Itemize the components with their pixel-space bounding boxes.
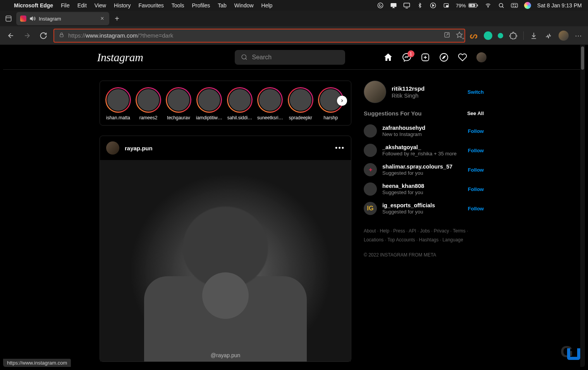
footer-link[interactable]: Press bbox=[393, 228, 409, 234]
grammarly-menubar-icon[interactable] bbox=[377, 2, 384, 9]
suggestion-username[interactable]: heena_khan808 bbox=[382, 183, 468, 189]
menu-profiles[interactable]: Profiles bbox=[192, 2, 210, 9]
browser-tab[interactable]: Instagram × bbox=[16, 12, 109, 25]
activity-heart-icon[interactable] bbox=[458, 53, 467, 62]
footer-link[interactable]: Locations bbox=[364, 237, 387, 243]
extension-1-icon[interactable]: ᔕ bbox=[469, 31, 478, 40]
pip-icon[interactable] bbox=[443, 2, 450, 9]
footer-link[interactable]: Terms bbox=[453, 228, 468, 234]
story-item[interactable]: techgaurav bbox=[166, 87, 191, 120]
new-post-icon[interactable] bbox=[421, 53, 430, 62]
post-media[interactable]: @rayap.pun bbox=[100, 160, 351, 361]
suggestions-title: Suggestions For You bbox=[364, 110, 467, 117]
battery-status[interactable]: 79% bbox=[456, 3, 478, 9]
current-user-avatar[interactable] bbox=[364, 81, 386, 103]
url-text: https://www.instagram.com/?theme=dark bbox=[68, 32, 173, 39]
stories-next-button[interactable] bbox=[337, 96, 347, 106]
story-item[interactable]: spradeepkr bbox=[288, 87, 313, 120]
switch-account-button[interactable]: Switch bbox=[468, 89, 484, 95]
see-all-button[interactable]: See All bbox=[467, 110, 484, 116]
story-item[interactable]: ishan.matta bbox=[105, 87, 131, 120]
footer-link[interactable]: Hashtags bbox=[419, 237, 443, 243]
story-item[interactable]: suneetksri… bbox=[257, 87, 283, 120]
follow-button[interactable]: Follow bbox=[468, 186, 484, 192]
tab-audio-icon[interactable] bbox=[29, 15, 36, 22]
post-author-username[interactable]: rayap.pun bbox=[125, 145, 153, 151]
control-center-icon[interactable] bbox=[511, 2, 518, 9]
scrollbar-thumb[interactable] bbox=[581, 46, 584, 70]
footer-link[interactable]: Privacy bbox=[434, 228, 453, 234]
follow-button[interactable]: Follow bbox=[468, 148, 484, 153]
svg-rect-1 bbox=[390, 3, 396, 7]
explore-icon[interactable] bbox=[439, 53, 449, 62]
playback-icon[interactable] bbox=[430, 2, 437, 9]
siri-icon[interactable] bbox=[524, 2, 531, 9]
display-icon[interactable] bbox=[403, 2, 410, 9]
search-input[interactable]: Search bbox=[235, 50, 345, 65]
extension-3-icon[interactable] bbox=[498, 33, 503, 38]
menubar-app-name[interactable]: Microsoft Edge bbox=[14, 2, 53, 9]
menu-view[interactable]: View bbox=[95, 2, 106, 9]
address-bar[interactable]: https://www.instagram.com/?theme=dark bbox=[53, 29, 465, 43]
profile-avatar[interactable] bbox=[559, 31, 569, 41]
follow-button[interactable]: Follow bbox=[468, 128, 484, 134]
menu-window[interactable]: Window bbox=[234, 2, 254, 9]
footer-link[interactable]: Top Accounts bbox=[387, 237, 419, 243]
grammarly-extension-icon[interactable] bbox=[484, 31, 492, 40]
tab-actions-button[interactable] bbox=[3, 13, 14, 24]
menu-help[interactable]: Help bbox=[261, 2, 273, 9]
favourite-star-icon[interactable]: + bbox=[456, 31, 463, 40]
suggestion-username[interactable]: zafranhousehyd bbox=[382, 125, 468, 131]
suggestion-avatar[interactable] bbox=[364, 124, 377, 138]
suggestion-username[interactable]: shalimar.spray.colours_57 bbox=[382, 163, 468, 170]
open-external-icon[interactable] bbox=[444, 31, 450, 40]
follow-button[interactable]: Follow bbox=[468, 167, 484, 173]
spotlight-icon[interactable] bbox=[498, 2, 505, 9]
footer-link[interactable]: About bbox=[364, 228, 380, 234]
menu-edit[interactable]: Edit bbox=[77, 2, 87, 9]
story-item[interactable]: iamdiptitiw… bbox=[196, 87, 222, 120]
nav-profile-avatar[interactable] bbox=[476, 52, 487, 62]
vertical-scrollbar[interactable] bbox=[580, 45, 585, 367]
suggestion-avatar[interactable] bbox=[364, 144, 377, 157]
extensions-menu-icon[interactable] bbox=[509, 31, 518, 40]
footer-link[interactable]: Jobs bbox=[420, 228, 433, 234]
suggestion-avatar[interactable] bbox=[364, 182, 377, 196]
suggestion-username[interactable]: _akshatgoyal_ bbox=[382, 144, 468, 150]
current-user-username[interactable]: ritik112rspd bbox=[392, 85, 468, 92]
follow-button[interactable]: Follow bbox=[468, 206, 484, 212]
menu-history[interactable]: History bbox=[114, 2, 131, 9]
back-button[interactable] bbox=[5, 29, 17, 42]
tab-close-button[interactable]: × bbox=[99, 15, 105, 22]
suggestion-username[interactable]: ig_esports_officials bbox=[382, 202, 468, 208]
instagram-logo[interactable]: Instagram bbox=[97, 51, 175, 64]
downloads-icon[interactable] bbox=[529, 31, 538, 40]
bluetooth-icon[interactable] bbox=[416, 2, 423, 9]
footer-link[interactable]: Language bbox=[442, 237, 463, 243]
story-item[interactable]: sahil.siddi… bbox=[227, 87, 253, 120]
airplay-icon[interactable] bbox=[390, 2, 397, 9]
messenger-icon[interactable]: 1 bbox=[402, 53, 411, 62]
footer-link[interactable]: API bbox=[409, 228, 420, 234]
forward-button[interactable] bbox=[21, 29, 33, 42]
menu-favourites[interactable]: Favourites bbox=[138, 2, 163, 9]
current-user-name: Ritik Singh bbox=[392, 93, 468, 99]
browser-menu-icon[interactable]: ⋯ bbox=[574, 31, 583, 40]
new-tab-button[interactable]: + bbox=[112, 13, 122, 24]
suggestion-avatar[interactable]: IG bbox=[364, 202, 377, 215]
performance-icon[interactable] bbox=[544, 31, 553, 40]
menu-tools[interactable]: Tools bbox=[172, 2, 184, 9]
reload-button[interactable] bbox=[37, 29, 50, 42]
story-item[interactable]: ramees2 bbox=[136, 87, 161, 120]
post-author-avatar[interactable] bbox=[106, 141, 119, 155]
wifi-icon[interactable] bbox=[485, 2, 492, 9]
suggestion-avatar[interactable]: ✦ bbox=[364, 163, 377, 176]
footer-link[interactable]: Help bbox=[380, 228, 393, 234]
menu-tab[interactable]: Tab bbox=[218, 2, 227, 9]
post-more-button[interactable]: ••• bbox=[335, 144, 345, 152]
menubar-clock[interactable]: Sat 8 Jan 9:13 PM bbox=[537, 2, 582, 9]
stories-tray[interactable]: ishan.matta ramees2 techgaurav iamdiptit… bbox=[100, 81, 351, 126]
home-icon[interactable] bbox=[383, 53, 393, 62]
menu-file[interactable]: File bbox=[61, 2, 70, 9]
browser-toolbar: https://www.instagram.com/?theme=dark + … bbox=[0, 26, 588, 45]
